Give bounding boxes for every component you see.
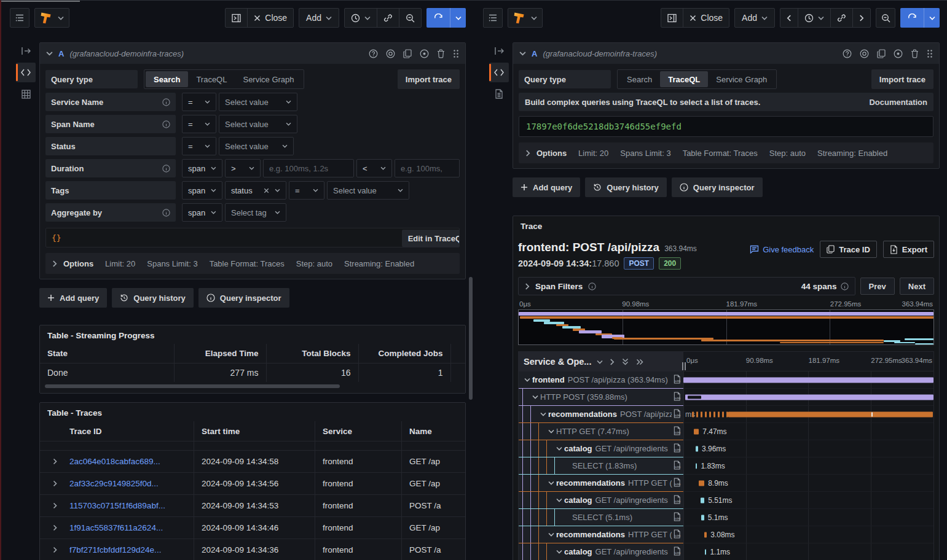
document-view-icon[interactable] bbox=[489, 84, 509, 104]
span-name-cell[interactable]: frontendPOST /api/pizza (363.94ms)LOG bbox=[519, 371, 683, 389]
expand-row-icon[interactable] bbox=[40, 458, 69, 465]
span-name-cell[interactable]: catalogGET /api/ingredientsLOG bbox=[519, 492, 683, 509]
tags-op-select[interactable]: = bbox=[289, 181, 324, 200]
duration-lt-select[interactable]: < bbox=[356, 159, 392, 177]
add-button[interactable]: Add bbox=[734, 8, 775, 28]
logs-icon[interactable]: LOG bbox=[672, 546, 681, 556]
query-type-traceql[interactable]: TraceQL bbox=[188, 71, 235, 87]
collapse-query-icon[interactable] bbox=[46, 51, 53, 56]
refresh-icon[interactable] bbox=[900, 8, 924, 28]
span-timeline-cell[interactable]: 3.96ms bbox=[683, 440, 933, 457]
span-row[interactable]: catalogGET /api/ingredientsLOG1.1ms bbox=[519, 543, 933, 560]
query-row-header[interactable]: A (grafanacloud-demoinfra-traces) bbox=[513, 43, 939, 64]
query-inspector-button[interactable]: Query inspector bbox=[672, 177, 763, 197]
collapse-span-icon[interactable] bbox=[538, 412, 548, 416]
query-history-button[interactable]: Query history bbox=[112, 288, 194, 308]
query-inspector-button[interactable]: Query inspector bbox=[198, 288, 289, 308]
col-header[interactable]: State bbox=[40, 344, 174, 364]
query-type-search[interactable]: Search bbox=[619, 71, 660, 87]
prev-span-button[interactable]: Prev bbox=[860, 278, 895, 295]
span-timeline-cell[interactable]: 1.1ms bbox=[683, 543, 933, 560]
duplicate-query-icon[interactable] bbox=[877, 49, 886, 58]
span-name-cell[interactable]: catalogGET /api/ingredientsLOG bbox=[519, 440, 683, 457]
trace-id-link[interactable]: 2ac064e018cabfac689... bbox=[69, 457, 160, 466]
query-type-search[interactable]: Search bbox=[146, 71, 188, 87]
zoom-out-icon[interactable] bbox=[399, 9, 421, 27]
span-row[interactable]: recommendationsPOST /api/pizzLOGms bbox=[519, 406, 933, 423]
span-duration-bar[interactable] bbox=[696, 446, 698, 451]
expand-row-icon[interactable] bbox=[40, 524, 69, 531]
span-duration-bar[interactable] bbox=[694, 429, 699, 434]
span-name-cell[interactable]: HTTP GET (7.47ms)LOG bbox=[519, 423, 683, 440]
expand-row-icon[interactable] bbox=[40, 546, 69, 553]
col-header[interactable]: Total Blocks bbox=[266, 344, 358, 364]
collapse-span-icon[interactable] bbox=[522, 378, 532, 382]
query-type-service-graph[interactable]: Service Graph bbox=[235, 71, 302, 87]
record-icon[interactable] bbox=[420, 49, 429, 58]
clear-icon[interactable] bbox=[264, 188, 269, 193]
import-trace-button[interactable]: Import trace bbox=[398, 69, 460, 89]
minimap-canvas[interactable] bbox=[518, 309, 934, 345]
close-split-button[interactable]: Close bbox=[247, 9, 293, 27]
col-header-name[interactable]: Name bbox=[402, 427, 465, 436]
span-timeline-cell[interactable]: 5.1ms bbox=[683, 509, 933, 526]
span-name-cell[interactable]: HTTP POST (359.88ms)LOG bbox=[519, 389, 683, 406]
tag-value-select[interactable]: Select value bbox=[327, 181, 409, 200]
trace-row[interactable]: 2ac064e018cabfac689...2024-09-09 14:34:5… bbox=[40, 450, 465, 472]
col-header-start-time[interactable]: Start time bbox=[194, 427, 315, 436]
expand-all-icon[interactable] bbox=[622, 358, 629, 365]
query-disable-icon[interactable] bbox=[386, 49, 395, 58]
logs-icon[interactable]: LOG bbox=[672, 409, 681, 418]
col-header-service[interactable]: Service bbox=[315, 427, 401, 436]
traceql-query-input[interactable]: 17897e0f6de5218db3746d55ef9efd bbox=[519, 116, 933, 137]
span-duration-bar[interactable] bbox=[701, 497, 704, 503]
add-query-button[interactable]: Add query bbox=[39, 288, 107, 308]
query-type-traceql[interactable]: TraceQL bbox=[660, 71, 708, 87]
tag-key-select[interactable]: status bbox=[225, 181, 286, 200]
add-button[interactable]: Add bbox=[299, 8, 339, 28]
scrollbar-thumb[interactable] bbox=[45, 384, 340, 388]
collapse-span-icon[interactable] bbox=[554, 498, 564, 502]
service-operation-header[interactable]: Service & Ope... bbox=[519, 352, 683, 371]
expand-row-icon[interactable] bbox=[40, 480, 69, 487]
span-duration-bar[interactable] bbox=[705, 549, 706, 554]
span-name-cell[interactable]: SELECT (1.83ms)LOG bbox=[519, 457, 683, 475]
zoom-out-icon[interactable] bbox=[876, 8, 895, 28]
logs-icon[interactable]: LOG bbox=[672, 512, 681, 521]
import-trace-button[interactable]: Import trace bbox=[871, 69, 933, 89]
split-pane-icon[interactable] bbox=[226, 9, 247, 27]
time-shift-forward-icon[interactable] bbox=[852, 9, 870, 27]
collapse-all-icon[interactable] bbox=[636, 359, 643, 365]
query-help-icon[interactable] bbox=[369, 49, 378, 58]
status-value-select[interactable]: Select value bbox=[219, 137, 294, 155]
options-summary[interactable]: Options Limit: 20 Spans Limit: 3 Table F… bbox=[45, 253, 460, 274]
collapse-query-icon[interactable] bbox=[519, 51, 526, 56]
aggregate-tag-select[interactable]: Select tag bbox=[225, 203, 286, 222]
status-op-select[interactable]: = bbox=[182, 137, 216, 155]
table-view-icon[interactable] bbox=[16, 84, 36, 104]
col-header-trace-id[interactable]: Trace ID bbox=[69, 427, 194, 436]
logs-icon[interactable]: LOG bbox=[672, 392, 681, 401]
span-name-cell[interactable]: catalogGET /api/ingredientsLOG bbox=[519, 543, 683, 560]
span-timeline-cell[interactable]: 8.9ms bbox=[683, 475, 933, 492]
collapse-span-icon[interactable] bbox=[546, 481, 556, 485]
code-view-icon[interactable] bbox=[16, 63, 36, 82]
remove-query-icon[interactable] bbox=[911, 49, 919, 58]
span-name-cell[interactable]: SELECT (5.1ms)LOG bbox=[519, 509, 683, 526]
span-duration-bar[interactable] bbox=[699, 480, 704, 486]
export-button[interactable]: Export bbox=[883, 241, 934, 258]
pane-scrollbar-thumb[interactable] bbox=[469, 277, 473, 400]
span-duration-bar[interactable] bbox=[696, 463, 697, 469]
expand-row-icon[interactable] bbox=[40, 502, 69, 509]
span-timeline-cell[interactable]: 3.08ms bbox=[683, 526, 933, 543]
trace-id-link[interactable]: 115703c0715f1f6d89abf... bbox=[69, 501, 165, 510]
span-name-op-select[interactable]: = bbox=[182, 115, 216, 133]
options-summary[interactable]: Options Limit: 20 Spans Limit: 3 Table F… bbox=[519, 142, 933, 163]
trace-id-link[interactable]: f7bf271fcbfddf129d24e... bbox=[69, 545, 161, 554]
run-options-caret[interactable] bbox=[924, 8, 940, 28]
duplicate-query-icon[interactable] bbox=[403, 49, 412, 58]
collapse-span-icon[interactable] bbox=[546, 429, 556, 434]
documentation-link[interactable]: Documentation bbox=[869, 98, 927, 107]
span-duration-bar[interactable] bbox=[704, 532, 707, 537]
trace-id-button[interactable]: Trace ID bbox=[820, 241, 877, 258]
